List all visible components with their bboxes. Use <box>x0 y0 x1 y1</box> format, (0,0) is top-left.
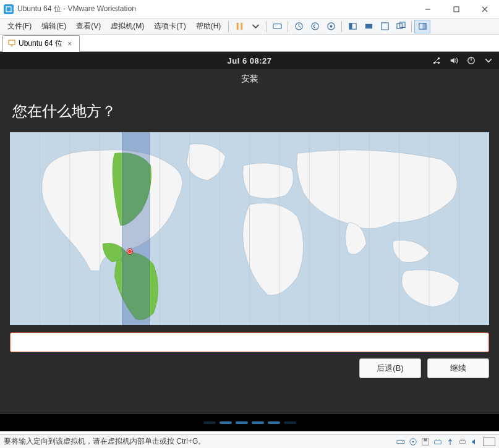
dock-placeholder <box>0 414 499 431</box>
console-view-icon[interactable] <box>360 20 377 33</box>
back-button[interactable]: 后退(B) <box>359 358 421 378</box>
thumbnail-bar-icon[interactable] <box>414 20 430 33</box>
svg-rect-19 <box>422 23 426 29</box>
dock-dot <box>284 421 296 424</box>
continue-button[interactable]: 继续 <box>427 358 489 378</box>
dock-dot <box>236 421 248 424</box>
volume-icon <box>450 56 458 65</box>
printer-icon[interactable] <box>458 437 467 446</box>
dock-dot <box>220 421 232 424</box>
svg-point-11 <box>330 25 332 28</box>
svg-rect-48 <box>435 441 441 444</box>
device-tray <box>396 437 495 446</box>
svg-point-50 <box>439 439 440 440</box>
menu-vm[interactable]: 虚拟机(M) <box>106 19 149 33</box>
toolbar-separator <box>288 21 288 32</box>
dock-dot <box>203 421 216 424</box>
clock[interactable]: Jul 6 08:27 <box>228 56 272 66</box>
sound-icon[interactable] <box>471 437 479 446</box>
gnome-system-tray[interactable] <box>432 52 493 69</box>
snapshot-manager-icon[interactable] <box>323 20 339 33</box>
installer-header: 安装 <box>0 69 499 88</box>
menu-file[interactable]: 文件(F) <box>2 19 36 33</box>
chevron-down-icon <box>484 56 493 65</box>
revert-snapshot-icon[interactable] <box>307 20 323 33</box>
installer-button-row: 后退(B) 继续 <box>10 358 489 378</box>
hdd-icon[interactable] <box>396 437 405 446</box>
menubar: 文件(F) 编辑(E) 查看(V) 虚拟机(M) 选项卡(T) 帮助(H) <box>0 19 499 35</box>
svg-rect-51 <box>460 441 466 443</box>
installer-body: 您在什么地方？ <box>0 88 499 414</box>
svg-rect-15 <box>382 23 388 30</box>
svg-rect-0 <box>6 7 11 12</box>
guest-display[interactable]: Jul 6 08:27 安装 您在什么地方？ <box>0 52 499 431</box>
dock-dot <box>252 421 264 424</box>
svg-rect-7 <box>273 24 281 29</box>
message-log-icon[interactable] <box>483 437 495 446</box>
gnome-top-bar: Jul 6 08:27 <box>0 52 499 69</box>
toolbar-separator <box>228 21 229 32</box>
fullscreen-icon[interactable] <box>377 20 393 33</box>
usb-icon[interactable] <box>446 437 454 446</box>
suspend-icon[interactable] <box>231 20 247 33</box>
timezone-input[interactable] <box>10 332 489 352</box>
svg-point-43 <box>403 441 404 442</box>
window-titlebar: Ubuntu 64 位 - VMware Workstation <box>0 0 499 19</box>
status-message: 要将输入定向到该虚拟机，请在虚拟机内部单击或按 Ctrl+G。 <box>4 436 396 447</box>
floppy-icon[interactable] <box>421 437 430 446</box>
vmware-logo-icon <box>4 4 14 14</box>
svg-rect-6 <box>241 23 242 30</box>
svg-rect-5 <box>237 23 239 30</box>
vm-tab-icon <box>8 39 15 48</box>
snapshot-icon[interactable] <box>291 20 307 33</box>
toolbar-separator <box>266 21 267 32</box>
dock-dot <box>268 421 280 424</box>
menu-help[interactable]: 帮助(H) <box>191 19 226 33</box>
svg-rect-14 <box>365 24 372 29</box>
maximize-button[interactable] <box>442 0 471 19</box>
window-title: Ubuntu 64 位 - VMware Workstation <box>17 4 414 14</box>
svg-point-49 <box>436 439 437 440</box>
vm-tab[interactable]: Ubuntu 64 位 × <box>2 35 80 52</box>
installer-question: 您在什么地方？ <box>10 101 489 121</box>
power-icon <box>467 56 476 65</box>
svg-rect-47 <box>424 438 427 441</box>
toolbar-separator <box>411 21 412 32</box>
svg-rect-20 <box>9 40 15 44</box>
timezone-highlight <box>122 132 150 325</box>
tab-close-icon[interactable]: × <box>66 40 74 48</box>
cd-icon[interactable] <box>409 437 417 446</box>
toolbar-separator <box>341 21 342 32</box>
unity-icon[interactable] <box>393 20 409 33</box>
close-button[interactable] <box>471 0 499 19</box>
fit-guest-icon[interactable] <box>344 20 360 33</box>
network-icon <box>432 56 441 65</box>
dropdown-icon[interactable] <box>247 20 263 33</box>
svg-rect-52 <box>461 439 464 441</box>
menu-tabs[interactable]: 选项卡(T) <box>149 19 190 33</box>
minimize-button[interactable] <box>414 0 442 19</box>
vm-tab-label: Ubuntu 64 位 <box>19 38 62 49</box>
send-ctrl-alt-del-icon[interactable] <box>269 20 285 33</box>
statusbar: 要将输入定向到该虚拟机，请在虚拟机内部单击或按 Ctrl+G。 <box>0 434 499 448</box>
network-adapter-icon[interactable] <box>433 437 442 446</box>
svg-rect-13 <box>349 23 352 29</box>
timezone-map[interactable] <box>10 132 489 325</box>
svg-rect-2 <box>454 7 459 12</box>
map-selected-pin <box>127 248 133 255</box>
menu-edit[interactable]: 编辑(E) <box>36 19 71 33</box>
svg-point-9 <box>312 23 318 30</box>
svg-point-45 <box>412 441 414 442</box>
menu-view[interactable]: 查看(V) <box>71 19 106 33</box>
world-map-svg <box>10 132 489 325</box>
tab-strip: Ubuntu 64 位 × <box>0 35 499 52</box>
